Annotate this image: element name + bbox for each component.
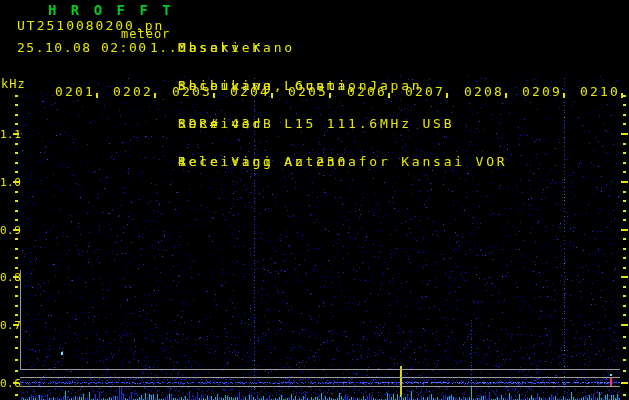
hrofft-screen: H R O F F T UT2510080200.pn meteor 25.10… [0,0,629,400]
info-value: SDR# 43dB L15 111.6MHz USB [178,117,454,131]
app-title: H R O F F T [48,2,174,18]
station-info-block: Observer:Masaki Kano Receiving Location:… [178,3,628,193]
counter-label: 1.. [150,40,178,55]
observation-datetime: 25.10.08 02:00 [17,40,148,55]
info-value: Shibukawa, Gunma, Japan [178,79,422,93]
observatory-code-label: meteor [121,27,170,41]
info-value: Masaki Kano [178,41,295,55]
info-value: 4ele Yagi Az 230 for Kansai VOR [178,155,507,169]
